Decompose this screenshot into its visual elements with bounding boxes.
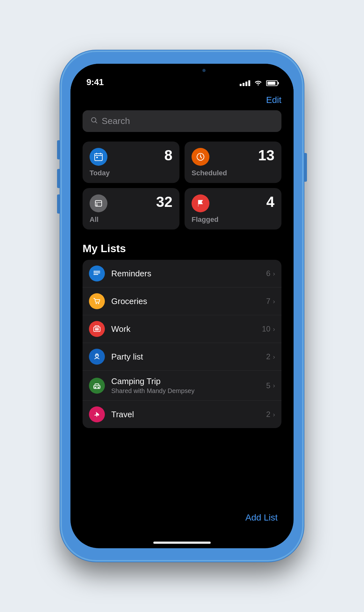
list-item[interactable]: Reminders 6 › bbox=[83, 260, 281, 288]
status-icons bbox=[240, 79, 278, 87]
party-icon bbox=[89, 349, 105, 365]
chevron-icon: › bbox=[273, 382, 275, 389]
today-icon bbox=[90, 148, 107, 166]
smart-tiles-grid: 8 Today 13 Schedu bbox=[83, 142, 281, 229]
my-lists-section: My Lists Reminde bbox=[83, 242, 281, 428]
chevron-icon: › bbox=[273, 325, 275, 333]
svg-point-11 bbox=[98, 303, 99, 304]
flagged-tile[interactable]: 4 Flagged bbox=[185, 188, 281, 229]
scheduled-count: 13 bbox=[258, 148, 274, 163]
search-icon bbox=[90, 116, 98, 126]
all-label: All bbox=[90, 215, 172, 224]
list-name: Groceries bbox=[111, 296, 266, 306]
status-time: 9:41 bbox=[86, 77, 104, 87]
work-icon bbox=[89, 321, 105, 337]
scheduled-icon bbox=[192, 148, 209, 166]
signal-icon bbox=[240, 80, 250, 86]
battery-level bbox=[267, 82, 275, 85]
today-count: 8 bbox=[164, 148, 172, 163]
chevron-icon: › bbox=[273, 353, 275, 361]
count-chevron: 2 › bbox=[266, 352, 275, 361]
notch bbox=[147, 64, 217, 77]
flagged-count: 4 bbox=[266, 194, 274, 209]
list-info: Groceries bbox=[111, 296, 266, 306]
list-count: 6 bbox=[266, 269, 270, 278]
all-icon bbox=[90, 194, 107, 212]
list-name: Party list bbox=[111, 352, 266, 362]
today-label: Today bbox=[90, 169, 172, 177]
add-list-row: Add List bbox=[245, 500, 278, 529]
count-chevron: 2 › bbox=[266, 410, 275, 419]
reminders-icon bbox=[89, 266, 105, 281]
list-count: 2 bbox=[266, 352, 270, 361]
flagged-icon bbox=[192, 194, 209, 212]
phone-frame: 9:41 bbox=[61, 51, 303, 561]
phone-screen: 9:41 bbox=[70, 64, 294, 548]
list-item[interactable]: Work 10 › bbox=[83, 315, 281, 343]
list-name: Travel bbox=[111, 410, 266, 419]
list-count: 2 bbox=[266, 410, 270, 419]
list-info: Work bbox=[111, 324, 262, 334]
battery-icon bbox=[266, 80, 278, 86]
svg-point-7 bbox=[94, 271, 95, 272]
list-count: 5 bbox=[266, 381, 270, 390]
all-tile[interactable]: 32 All bbox=[83, 188, 179, 229]
list-item[interactable]: Travel 2 › bbox=[83, 401, 281, 428]
svg-point-9 bbox=[94, 274, 95, 275]
all-count: 32 bbox=[156, 194, 172, 209]
chevron-icon: › bbox=[273, 270, 275, 277]
lists-container: Reminders 6 › bbox=[83, 260, 281, 428]
camping-icon bbox=[89, 378, 105, 394]
travel-icon bbox=[89, 406, 105, 422]
scheduled-tile[interactable]: 13 Scheduled bbox=[185, 142, 281, 183]
list-subtitle: Shared with Mandy Dempsey bbox=[111, 387, 266, 395]
list-name: Camping Trip bbox=[111, 376, 266, 386]
list-count: 7 bbox=[266, 297, 270, 306]
groceries-icon bbox=[89, 293, 105, 309]
scheduled-label: Scheduled bbox=[192, 169, 274, 177]
svg-point-8 bbox=[94, 273, 95, 273]
list-item[interactable]: Groceries 7 › bbox=[83, 288, 281, 315]
search-bar[interactable]: Search bbox=[83, 110, 281, 132]
chevron-icon: › bbox=[273, 411, 275, 418]
count-chevron: 5 › bbox=[266, 381, 275, 390]
home-indicator[interactable] bbox=[153, 542, 211, 544]
add-list-button[interactable]: Add List bbox=[245, 513, 278, 523]
edit-row: Edit bbox=[83, 92, 281, 110]
count-chevron: 7 › bbox=[266, 297, 275, 306]
list-item[interactable]: Party list 2 › bbox=[83, 343, 281, 371]
svg-point-10 bbox=[96, 303, 97, 304]
list-info: Reminders bbox=[111, 269, 266, 279]
list-name: Reminders bbox=[111, 269, 266, 279]
svg-point-6 bbox=[96, 205, 98, 206]
list-count: 10 bbox=[262, 324, 271, 333]
edit-button[interactable]: Edit bbox=[266, 95, 281, 105]
count-chevron: 6 › bbox=[266, 269, 275, 278]
svg-rect-4 bbox=[95, 200, 102, 206]
list-name: Work bbox=[111, 324, 262, 334]
svg-rect-1 bbox=[95, 154, 102, 161]
svg-point-5 bbox=[96, 203, 98, 205]
list-info: Party list bbox=[111, 352, 266, 362]
today-tile[interactable]: 8 Today bbox=[83, 142, 179, 183]
count-chevron: 10 › bbox=[262, 324, 275, 333]
search-placeholder-text: Search bbox=[102, 116, 130, 126]
chevron-icon: › bbox=[273, 298, 275, 305]
list-info: Camping Trip Shared with Mandy Dempsey bbox=[111, 376, 266, 395]
section-title: My Lists bbox=[83, 242, 281, 255]
list-info: Travel bbox=[111, 410, 266, 419]
notch-camera bbox=[202, 69, 206, 72]
status-bar: 9:41 bbox=[70, 64, 294, 92]
svg-rect-2 bbox=[96, 157, 98, 158]
wifi-icon bbox=[254, 79, 262, 87]
svg-rect-13 bbox=[95, 328, 99, 331]
list-item[interactable]: Camping Trip Shared with Mandy Dempsey 5… bbox=[83, 371, 281, 401]
flagged-label: Flagged bbox=[192, 215, 274, 224]
